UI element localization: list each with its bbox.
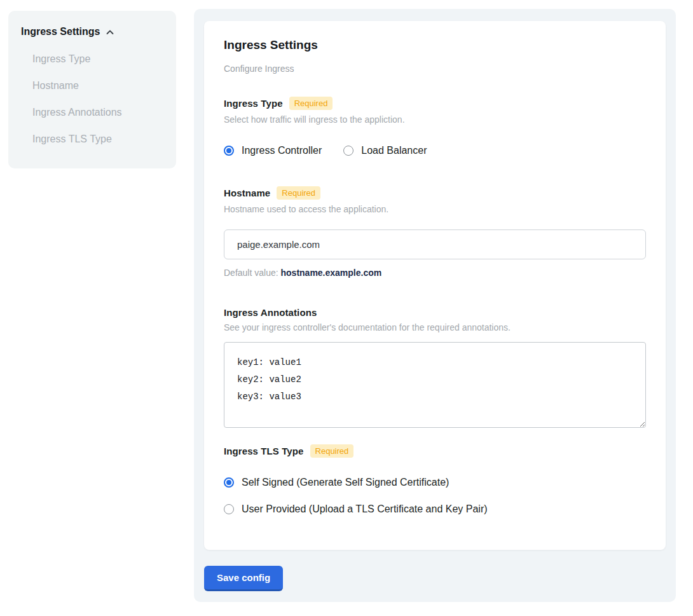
default-value-text: hostname.example.com xyxy=(281,268,382,278)
required-badge: Required xyxy=(277,186,320,200)
page-subtitle: Configure Ingress xyxy=(224,64,646,74)
field-ingress-tls-type: Ingress TLS Type Required Self Signed (G… xyxy=(224,444,646,515)
hostname-default-value: Default value: hostname.example.com xyxy=(224,268,646,278)
radio-unselected-icon[interactable] xyxy=(224,504,234,514)
ingress-tls-type-label: Ingress TLS Type xyxy=(224,446,304,456)
ingress-type-label: Ingress Type xyxy=(224,98,283,109)
required-badge: Required xyxy=(289,97,333,110)
chevron-up-icon xyxy=(105,27,115,38)
required-badge: Required xyxy=(310,444,354,458)
hostname-label: Hostname xyxy=(224,188,270,198)
sidebar-item-list: Ingress Type Hostname Ingress Annotation… xyxy=(21,53,163,145)
radio-option-label: Load Balancer xyxy=(361,145,427,156)
radio-option-load-balancer[interactable]: Load Balancer xyxy=(343,145,427,156)
sidebar-item-ingress-type[interactable]: Ingress Type xyxy=(32,53,163,65)
ingress-annotations-textarea[interactable]: key1: value1 key2: value2 key3: value3 xyxy=(224,342,646,428)
sidebar-item-ingress-tls-type[interactable]: Ingress TLS Type xyxy=(32,133,163,145)
ingress-tls-radio-group: Self Signed (Generate Self Signed Certif… xyxy=(224,458,646,515)
ingress-settings-panel: Ingress Settings Configure Ingress Ingre… xyxy=(194,9,676,602)
hostname-input[interactable] xyxy=(224,229,646,259)
ingress-annotations-label: Ingress Annotations xyxy=(224,307,317,318)
radio-option-ingress-controller[interactable]: Ingress Controller xyxy=(224,145,322,156)
ingress-type-description: Select how traffic will ingress to the a… xyxy=(224,114,646,125)
radio-selected-icon[interactable] xyxy=(224,146,234,156)
settings-sidebar: Ingress Settings Ingress Type Hostname I… xyxy=(8,11,176,168)
page-title: Ingress Settings xyxy=(224,38,646,52)
sidebar-group-ingress-settings[interactable]: Ingress Settings xyxy=(21,26,163,38)
radio-selected-icon[interactable] xyxy=(224,477,234,488)
sidebar-item-hostname[interactable]: Hostname xyxy=(32,79,163,92)
radio-option-user-provided[interactable]: User Provided (Upload a TLS Certificate … xyxy=(224,503,646,515)
ingress-type-radio-group: Ingress Controller Load Balancer xyxy=(224,145,646,156)
ingress-settings-card: Ingress Settings Configure Ingress Ingre… xyxy=(204,21,666,550)
sidebar-group-label: Ingress Settings xyxy=(21,26,100,38)
default-value-label: Default value: xyxy=(224,268,278,278)
field-ingress-type: Ingress Type Required Select how traffic… xyxy=(224,97,646,156)
field-hostname: Hostname Required Hostname used to acces… xyxy=(224,186,646,278)
radio-option-label: Self Signed (Generate Self Signed Certif… xyxy=(242,477,449,488)
radio-option-self-signed[interactable]: Self Signed (Generate Self Signed Certif… xyxy=(224,477,646,488)
radio-option-label: User Provided (Upload a TLS Certificate … xyxy=(242,503,488,515)
radio-unselected-icon[interactable] xyxy=(343,146,353,156)
hostname-description: Hostname used to access the application. xyxy=(224,204,646,214)
sidebar-item-ingress-annotations[interactable]: Ingress Annotations xyxy=(32,106,163,118)
field-ingress-annotations: Ingress Annotations See your ingress con… xyxy=(224,307,646,430)
ingress-annotations-description: See your ingress controller's documentat… xyxy=(224,322,646,332)
save-config-button[interactable]: Save config xyxy=(204,566,283,591)
radio-option-label: Ingress Controller xyxy=(242,145,322,156)
